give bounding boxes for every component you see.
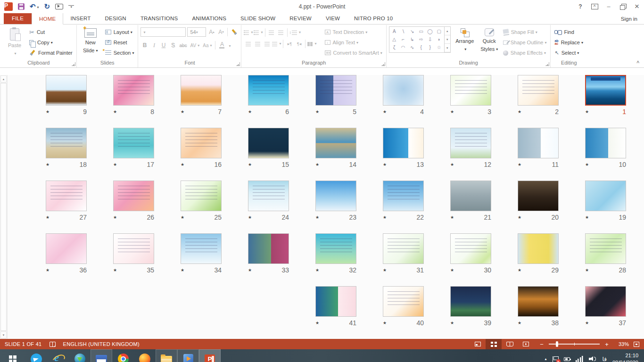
animation-star-icon[interactable]: ★ [46,268,50,272]
align-right-button[interactable] [263,40,271,48]
language-indicator[interactable]: ENGLISH (UNITED KINGDOM) [63,341,140,347]
section-button[interactable]: Section [104,48,136,58]
rtl-button[interactable]: ¶◂ [295,40,303,48]
font-size-combo[interactable]: 54 [187,27,206,37]
slide-thumbnail-6[interactable] [248,75,289,106]
restore-icon[interactable] [616,0,630,13]
shape-option-icon-13[interactable]: ◠ [401,45,405,50]
taskbar-file-manager-button[interactable] [156,349,177,362]
shapes-scroll-down-icon[interactable]: ▼ [445,35,450,44]
numbering-button[interactable] [254,28,263,37]
animation-star-icon[interactable]: ★ [585,215,589,220]
slide-thumbnail-11[interactable] [518,128,559,158]
slide-thumbnail-14[interactable] [315,128,356,158]
animation-star-icon[interactable]: ★ [450,215,454,220]
animation-star-icon[interactable]: ★ [383,321,387,325]
scrollbar-thumb[interactable] [0,83,7,331]
shape-option-icon-5[interactable]: ▢ [437,29,441,34]
increase-indent-button[interactable] [277,28,285,37]
slide-thumbnail-35[interactable] [113,233,154,264]
animation-star-icon[interactable]: ★ [585,268,589,272]
animation-star-icon[interactable]: ★ [315,109,319,114]
find-button[interactable]: Find [553,27,585,37]
taskbar-onscreen-keyboard-button[interactable] [91,349,112,362]
shape-effects-button[interactable]: Shape Effects [502,48,548,58]
animation-star-icon[interactable]: ★ [113,215,117,220]
animation-star-icon[interactable]: ★ [46,109,50,114]
shape-outline-button[interactable]: Shape Outline [502,37,548,48]
tab-design[interactable]: DESIGN [98,13,133,24]
slide-thumbnail-12[interactable] [450,128,491,158]
bullets-button[interactable] [244,28,253,37]
taskbar-start-button[interactable] [0,349,25,362]
new-slide-button[interactable]: New Slide [79,26,102,58]
animation-star-icon[interactable]: ★ [248,162,252,167]
animation-star-icon[interactable]: ★ [383,268,387,272]
volume-icon[interactable] [589,356,597,362]
ltr-button[interactable]: ▸¶ [285,40,294,48]
arrange-button[interactable]: Arrange [453,26,477,58]
shape-option-icon-8[interactable]: ↳ [410,37,414,42]
slideshow-view-button[interactable] [518,339,534,349]
animation-star-icon[interactable]: ★ [450,109,454,114]
scroll-down-icon[interactable]: ▼ [0,331,7,338]
animation-star-icon[interactable]: ★ [518,109,521,114]
shape-option-icon-2[interactable]: ↘ [410,29,414,34]
help-icon[interactable] [573,0,587,13]
shape-option-icon-3[interactable]: ▭ [419,29,423,34]
slide-thumbnail-15[interactable] [248,128,289,158]
slide-thumbnail-18[interactable] [46,128,87,158]
slide-sorter-view-button[interactable] [486,339,502,349]
animation-star-icon[interactable]: ★ [46,215,50,220]
cut-button[interactable]: Cut [28,27,74,37]
scroll-up-icon[interactable]: ▲ [0,75,7,82]
taskbar-powerpoint-button[interactable] [199,349,221,362]
shapes-more-icon[interactable]: ▼ [445,44,450,52]
shape-option-icon-7[interactable]: ⌐ [402,37,405,42]
slide-thumbnail-9[interactable] [46,75,87,106]
tab-animations[interactable]: ANIMATIONS [185,13,233,24]
slide-thumbnail-2[interactable] [518,75,559,106]
shape-option-icon-17[interactable]: ☆ [437,45,441,50]
slide-thumbnail-39[interactable] [450,286,491,317]
animation-star-icon[interactable]: ★ [113,268,117,272]
fit-to-window-icon[interactable] [634,342,639,347]
undo-icon[interactable] [30,2,39,11]
tab-transitions[interactable]: TRANSITIONS [133,13,185,24]
tab-review[interactable]: REVIEW [282,13,319,24]
animation-star-icon[interactable]: ★ [315,321,319,325]
convert-smartart-button[interactable]: Convert to SmartArt [323,48,384,58]
animation-star-icon[interactable]: ★ [585,321,589,325]
slide-thumbnail-30[interactable] [450,233,491,264]
align-center-button[interactable] [253,40,262,48]
zoom-slider[interactable] [549,344,600,345]
animation-star-icon[interactable]: ★ [181,109,184,114]
slide-counter[interactable]: SLIDE 1 OF 41 [5,341,42,347]
power-icon[interactable] [564,357,570,361]
bold-button[interactable]: B [140,41,149,50]
format-painter-button[interactable]: Format Painter [28,48,74,58]
replace-button[interactable]: Replace [553,37,585,48]
slide-thumbnail-36[interactable] [46,233,87,264]
slide-thumbnail-22[interactable] [383,181,424,211]
text-direction-button[interactable]: A Text Direction [323,27,384,37]
zoom-percentage[interactable]: 33% [613,341,629,347]
align-text-button[interactable]: ↕ Align Text [323,37,384,48]
slide-thumbnail-10[interactable] [585,128,626,158]
minimize-icon[interactable] [602,0,616,13]
animation-star-icon[interactable]: ★ [181,162,184,167]
font-name-combo[interactable] [140,27,186,37]
slide-thumbnail-32[interactable] [315,233,356,264]
shapes-scroll-up-icon[interactable]: ▲ [445,27,450,35]
align-left-button[interactable] [244,40,252,48]
shape-option-icon-9[interactable]: ⇨ [419,37,423,42]
ribbon-display-options-icon[interactable] [587,0,602,13]
paste-button[interactable]: Paste [3,26,26,58]
animation-star-icon[interactable]: ★ [383,109,387,114]
zoom-in-button[interactable]: + [603,341,610,348]
taskbar-chrome-button[interactable] [112,349,134,362]
clipboard-dialog-launcher-icon[interactable] [72,62,75,66]
underline-button[interactable]: U [159,41,167,50]
animation-star-icon[interactable]: ★ [518,268,521,272]
paragraph-dialog-launcher-icon[interactable] [381,62,385,66]
